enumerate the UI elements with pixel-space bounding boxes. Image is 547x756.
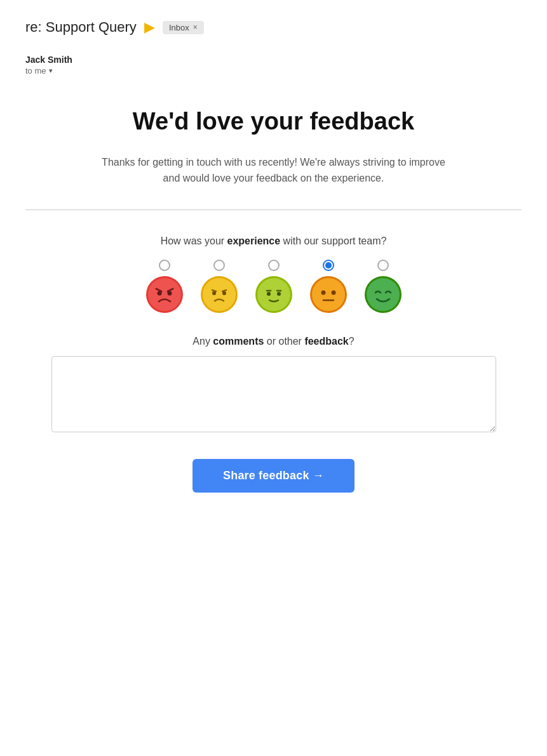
comments-section: Any comments or other feedback? bbox=[38, 336, 509, 432]
dropdown-arrow-icon[interactable]: ▾ bbox=[49, 67, 53, 75]
inbox-label: Inbox bbox=[169, 23, 189, 32]
arrow-icon: ▶ bbox=[144, 19, 155, 36]
feedback-subtitle: Thanks for getting in touch with us rece… bbox=[96, 154, 452, 187]
textarea-wrapper bbox=[38, 356, 509, 432]
rating-option-1[interactable] bbox=[146, 260, 183, 313]
svg-point-17 bbox=[277, 292, 281, 296]
comments-textarea[interactable] bbox=[51, 356, 496, 432]
sender-info: Jack Smith to me ▾ bbox=[0, 48, 547, 88]
rating-option-2[interactable] bbox=[201, 260, 238, 313]
radio-3[interactable] bbox=[268, 260, 280, 271]
svg-point-11 bbox=[222, 291, 226, 295]
emoji-okay bbox=[310, 276, 347, 313]
radio-4[interactable] bbox=[323, 260, 334, 271]
rating-option-5[interactable] bbox=[365, 260, 402, 313]
email-header: re: Support Query ▶ Inbox × bbox=[0, 0, 547, 48]
rating-question: How was your experience with our support… bbox=[38, 235, 509, 247]
emoji-sad bbox=[201, 276, 238, 313]
sender-to: to me ▾ bbox=[25, 66, 522, 76]
comments-middle: or other bbox=[264, 336, 304, 347]
email-subject: re: Support Query bbox=[25, 19, 137, 36]
svg-point-1 bbox=[148, 278, 181, 311]
comments-bold2: feedback bbox=[304, 336, 348, 347]
section-divider bbox=[25, 209, 522, 210]
comments-prefix: Any bbox=[192, 336, 213, 347]
rating-section: How was your experience with our support… bbox=[38, 235, 509, 313]
svg-point-16 bbox=[267, 292, 271, 296]
svg-point-10 bbox=[212, 291, 216, 295]
svg-point-19 bbox=[312, 278, 345, 311]
email-container: re: Support Query ▶ Inbox × Jack Smith t… bbox=[0, 0, 547, 756]
radio-1[interactable] bbox=[159, 260, 170, 271]
svg-point-7 bbox=[203, 278, 236, 311]
rating-option-4[interactable] bbox=[310, 260, 347, 313]
emoji-angry bbox=[146, 276, 183, 313]
radio-5[interactable] bbox=[377, 260, 389, 271]
emoji-happy bbox=[365, 276, 402, 313]
rating-option-3[interactable] bbox=[255, 260, 292, 313]
emoji-neutral bbox=[255, 276, 292, 313]
rating-question-suffix: with our support team? bbox=[280, 235, 386, 246]
svg-point-4 bbox=[157, 291, 161, 295]
comments-question: Any comments or other feedback? bbox=[38, 336, 509, 347]
sender-name: Jack Smith bbox=[25, 55, 522, 65]
inbox-badge: Inbox × bbox=[163, 21, 204, 34]
svg-point-5 bbox=[167, 291, 172, 295]
submit-section: Share feedback → bbox=[38, 453, 509, 493]
comments-suffix: ? bbox=[349, 336, 355, 347]
radio-2[interactable] bbox=[213, 260, 225, 271]
rating-question-bold: experience bbox=[227, 235, 281, 246]
rating-options bbox=[38, 260, 509, 313]
feedback-title: We'd love your feedback bbox=[38, 107, 509, 136]
email-body: We'd love your feedback Thanks for getti… bbox=[0, 88, 547, 518]
svg-point-13 bbox=[257, 278, 290, 311]
svg-point-20 bbox=[321, 290, 325, 295]
share-feedback-button[interactable]: Share feedback → bbox=[192, 459, 355, 493]
comments-bold1: comments bbox=[213, 336, 264, 347]
svg-point-21 bbox=[331, 290, 335, 295]
close-icon[interactable]: × bbox=[193, 23, 198, 32]
rating-question-prefix: How was your bbox=[161, 235, 227, 246]
svg-point-24 bbox=[367, 278, 400, 311]
to-label: to me bbox=[25, 66, 46, 76]
